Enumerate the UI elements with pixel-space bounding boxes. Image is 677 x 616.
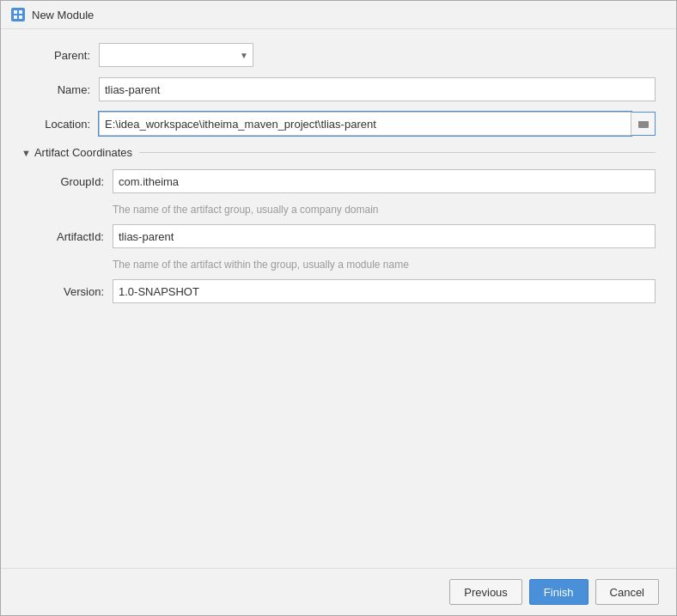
folder-icon [637,118,650,130]
new-module-dialog: New Module Parent: Name: Location: [0,0,677,616]
artifactid-row: ArtifactId: [35,224,656,248]
groupid-label: GroupId: [35,175,113,188]
parent-control [99,43,656,67]
name-row: Name: [21,77,656,101]
parent-select-wrapper [99,43,253,67]
groupid-input[interactable] [113,169,656,193]
location-wrapper [99,112,656,136]
dialog-icon [11,8,25,21]
artifact-coordinates-title: Artifact Coordinates [34,146,132,159]
browse-button[interactable] [631,112,656,136]
version-label: Version: [35,285,113,298]
location-input[interactable] [99,112,631,136]
parent-select[interactable] [99,43,253,67]
parent-row: Parent: [21,43,656,67]
name-control [99,77,656,101]
artifactid-control [113,224,656,248]
name-label: Name: [21,83,99,96]
finish-button[interactable]: Finish [529,579,589,605]
artifact-coordinates-header[interactable]: ▼ Artifact Coordinates [21,146,656,159]
groupid-hint: The name of the artifact group, usually … [113,204,656,216]
dialog-footer: Previous Finish Cancel [1,568,676,615]
dialog-title: New Module [32,9,94,21]
artifactid-label: ArtifactId: [35,230,113,243]
version-input[interactable] [113,279,656,303]
section-toggle-icon: ▼ [21,148,31,158]
version-control [113,279,656,303]
location-control [99,112,656,136]
groupid-row: GroupId: [35,169,656,193]
svg-rect-0 [14,10,17,14]
section-divider [139,152,656,153]
name-input[interactable] [99,77,656,101]
location-row: Location: [21,112,656,136]
location-label: Location: [21,118,99,131]
svg-rect-2 [14,15,17,19]
artifactid-input[interactable] [113,224,656,248]
title-bar: New Module [1,1,676,29]
cancel-button[interactable]: Cancel [595,579,659,605]
previous-button[interactable]: Previous [449,579,522,605]
groupid-control [113,169,656,193]
svg-rect-3 [19,15,22,19]
artifact-coordinates-section: GroupId: The name of the artifact group,… [35,169,656,303]
artifactid-hint: The name of the artifact within the grou… [113,259,656,271]
version-row: Version: [35,279,656,303]
svg-rect-1 [19,10,22,14]
dialog-content: Parent: Name: Location: [1,29,676,568]
parent-label: Parent: [21,49,99,62]
